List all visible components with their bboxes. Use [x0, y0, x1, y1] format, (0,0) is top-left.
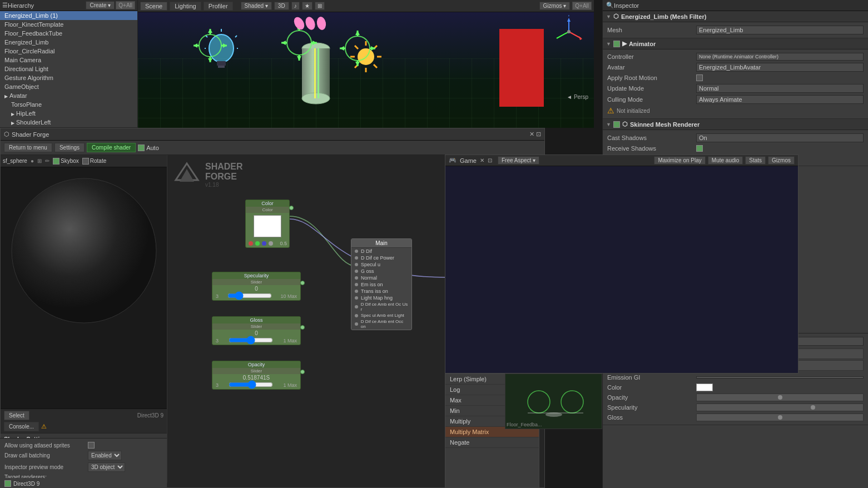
main-dif-amb-occ-port[interactable]: [355, 322, 358, 326]
return-menu-btn[interactable]: Return to menu: [4, 143, 52, 152]
settings-btn[interactable]: Settings: [54, 143, 85, 152]
close-game-btn[interactable]: ✕: [480, 157, 484, 163]
shader-forge-toolbar: Return to menu Settings Compile shader A…: [1, 141, 544, 155]
main-dif-amb-port[interactable]: [355, 305, 358, 308]
mesh-filter-icon: ⬡: [613, 13, 619, 20]
draw-call-select[interactable]: Enabled: [88, 451, 122, 460]
gizmos-game-btn[interactable]: Gizmos: [768, 156, 795, 165]
auto-checkbox-box[interactable]: [138, 145, 145, 151]
preview-dots-btn[interactable]: ⊞: [37, 158, 42, 164]
hierarchy-item-hipleft[interactable]: ▶HipLeft: [0, 109, 137, 118]
main-diffuse-port[interactable]: [355, 250, 358, 253]
rotate-checkbox[interactable]: Rotate: [82, 158, 106, 165]
skinned-mesh-enabled[interactable]: [613, 121, 620, 128]
main-diffuse-power-port[interactable]: [355, 256, 358, 260]
controller-value: None (Runtime Animator Controller): [696, 53, 864, 61]
console-btn[interactable]: Console...: [4, 422, 39, 431]
shading-dropdown[interactable]: Shaded ▾: [241, 2, 272, 10]
main-spec-port[interactable]: [355, 263, 358, 266]
spec-max: 10 Max: [280, 293, 297, 299]
sf-max-btn[interactable]: ⊡: [536, 131, 541, 138]
camera-btn[interactable]: ⊞: [315, 2, 325, 10]
apply-root-checkbox[interactable]: [696, 74, 703, 81]
scene-search[interactable]: Q+All: [572, 2, 592, 10]
hierarchy-item-gameobject[interactable]: GameObject: [0, 82, 137, 91]
compile-btn[interactable]: Compile shader: [87, 143, 136, 152]
hierarchy-item-floor-circle[interactable]: Floor_CircleRadial: [0, 47, 137, 56]
dimension-btn[interactable]: 3D: [274, 2, 289, 10]
main-gloss-port[interactable]: [355, 270, 358, 273]
preview-icon-btn[interactable]: ●: [31, 158, 34, 164]
mute-btn[interactable]: Mute audio: [708, 156, 743, 165]
direct3d9-checkbox[interactable]: [4, 480, 11, 487]
main-trans-port[interactable]: [355, 290, 358, 293]
hierarchy-item-main-camera[interactable]: Main Camera: [0, 56, 137, 64]
auto-checkbox[interactable]: Auto: [138, 145, 159, 151]
sf-close-btn[interactable]: ✕: [529, 131, 534, 138]
specularity-node[interactable]: Specularity Slider 0 3 10 Max: [212, 272, 301, 301]
main-emission-port[interactable]: [355, 283, 358, 286]
hierarchy-item-floor-kinect[interactable]: Floor_KinectTemplate: [0, 20, 137, 29]
hierarchy-item-torso[interactable]: TorsoPlane: [0, 100, 137, 109]
stats-btn[interactable]: Stats: [745, 156, 766, 165]
select-btn[interactable]: Select: [4, 411, 29, 420]
not-initialized-text: Not initialized: [617, 108, 649, 114]
inspector-header: 🔍 Inspector: [603, 0, 868, 11]
preview-shader-name: sf_sphere: [3, 158, 27, 164]
direct3d9-label: Direct3D 9: [13, 481, 39, 487]
svg-marker-50: [371, 46, 375, 51]
hierarchy-item-shoulderleft[interactable]: ▶ShoulderLeft: [0, 118, 137, 127]
gloss-slider[interactable]: [229, 338, 273, 342]
opacity-node[interactable]: Opacity Slider 0.518741S 3 1 Max: [212, 361, 301, 390]
profiler-tab[interactable]: Profiler: [204, 2, 233, 11]
warning-sign: ⚠: [41, 423, 47, 430]
fx-btn[interactable]: ★: [302, 2, 313, 10]
skybox-checkbox[interactable]: Skybox: [53, 158, 79, 165]
audio-btn[interactable]: ♪: [291, 2, 300, 10]
gloss-out-port[interactable]: [300, 325, 305, 330]
color-out-port[interactable]: [289, 206, 294, 210]
color-node[interactable]: Color Color 0.5: [245, 200, 290, 248]
hierarchy-item-directional-light[interactable]: Directional Light: [0, 64, 137, 73]
hierarchy-item-avatar[interactable]: ▶Avatar: [0, 91, 137, 100]
skybox-check[interactable]: [53, 158, 59, 165]
hierarchy-create-btn[interactable]: Create ▾: [86, 1, 115, 9]
color-swatch-inspector[interactable]: [696, 384, 713, 391]
lighting-tab[interactable]: Lighting: [170, 2, 201, 11]
negate-item[interactable]: Negate: [445, 437, 539, 448]
hierarchy-item-floor-feedback[interactable]: Floor_FeedbackTube: [0, 29, 137, 38]
game-title: Game: [460, 157, 477, 164]
shader-forge-title: Shader Forge: [12, 131, 49, 138]
hierarchy-item-energized-limb-1[interactable]: Energized_Limb (1): [0, 11, 137, 20]
gloss-node[interactable]: Gloss Slider 0 3 1 Max: [212, 316, 301, 345]
animator-section[interactable]: ▼ ▶ Animator: [603, 38, 868, 49]
main-spec-amb-port[interactable]: [355, 314, 358, 317]
max-game-btn[interactable]: ⊡: [488, 157, 492, 163]
hierarchy-icon: ☰: [2, 2, 8, 9]
preview-pen-btn[interactable]: ✏: [45, 158, 49, 164]
scene-tab[interactable]: Scene: [140, 2, 167, 11]
main-node[interactable]: Main D Dif D Dif ce Power Specul u G oss…: [351, 238, 412, 330]
atlas-checkbox[interactable]: [88, 442, 95, 449]
color-swatch[interactable]: [254, 215, 281, 237]
opacity-out-port[interactable]: [300, 370, 305, 374]
specularity-slider[interactable]: [227, 293, 272, 298]
hierarchy-item-energized-limb[interactable]: Energized_Limb: [0, 38, 137, 47]
skinned-mesh-section[interactable]: ▼ ⬡ Skinned Mesh Renderer: [603, 119, 868, 130]
preview-mode-select[interactable]: 3D object: [88, 462, 125, 472]
hierarchy-search-box[interactable]: Q+All: [116, 1, 135, 9]
rotate-check[interactable]: [82, 158, 89, 165]
color-node-sub: Color: [246, 207, 289, 213]
svg-line-59: [557, 32, 569, 38]
main-light-map-port[interactable]: [355, 296, 358, 300]
maximize-play-btn[interactable]: Maximize on Play: [654, 156, 705, 165]
aspect-dropdown[interactable]: Free Aspect ▾: [498, 156, 539, 165]
animator-enabled-checkbox[interactable]: [613, 41, 620, 47]
mesh-filter-section[interactable]: ▼ ⬡ Energized_Limb (Mesh Filter): [603, 11, 868, 22]
receive-shadows-checkbox[interactable]: [696, 145, 703, 152]
gizmos-btn[interactable]: Gizmos ▾: [539, 2, 571, 10]
spec-out-port[interactable]: [300, 281, 305, 285]
hierarchy-item-gesture-algorithm[interactable]: Gesture Algorithm: [0, 73, 137, 82]
opacity-slider[interactable]: [229, 382, 273, 387]
main-normal-port[interactable]: [355, 276, 358, 280]
